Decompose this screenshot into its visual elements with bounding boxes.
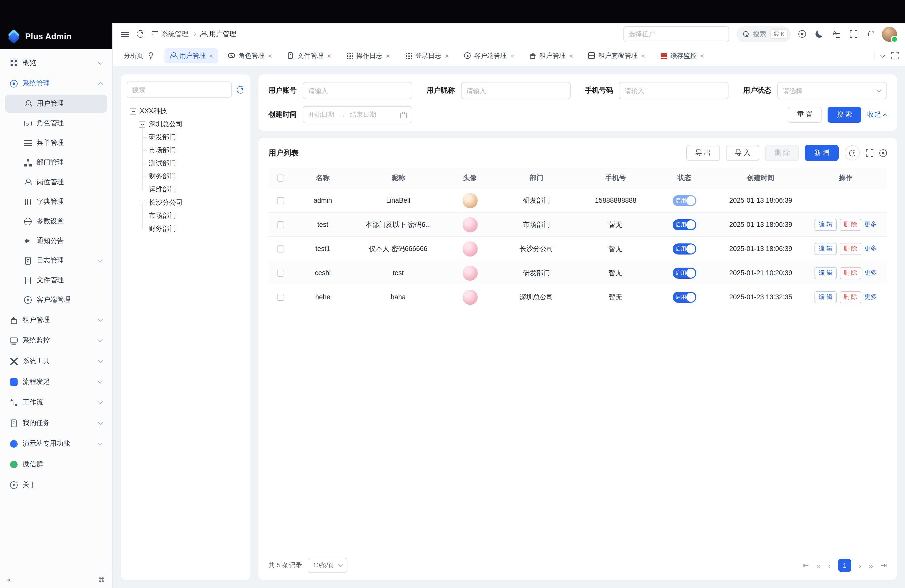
close-icon[interactable]: ×: [327, 52, 331, 59]
close-icon[interactable]: ×: [641, 52, 645, 59]
sidebar-item-wechat-group[interactable]: 微信群: [5, 455, 107, 474]
last-page-icon[interactable]: ⇥: [881, 561, 887, 570]
row-checkbox[interactable]: [277, 197, 284, 204]
sidebar-item-file-mgmt[interactable]: 文件管理: [5, 271, 107, 289]
status-toggle[interactable]: 启用: [672, 195, 696, 206]
sidebar-item-role-mgmt[interactable]: 角色管理: [5, 114, 107, 132]
settings-gear-icon[interactable]: [799, 30, 806, 38]
user-avatar[interactable]: [882, 26, 897, 41]
sidebar-item-user-mgmt[interactable]: 用户管理: [5, 95, 107, 113]
more-button[interactable]: 更多: [864, 269, 877, 277]
collapse-filter-link[interactable]: 收起: [867, 110, 887, 119]
prev-5-pages-icon[interactable]: «: [816, 561, 821, 570]
sidebar-item-post-mgmt[interactable]: 岗位管理: [5, 173, 107, 191]
table-fullscreen-icon[interactable]: [866, 149, 873, 157]
phone-input[interactable]: [619, 82, 729, 99]
tab-cache-monitor[interactable]: 缓存监控 ×: [656, 48, 709, 63]
tree-collapse-toggle-icon[interactable]: [139, 199, 145, 206]
row-checkbox[interactable]: [277, 221, 284, 228]
tree-node-shenzhen-hq[interactable]: 深圳总公司: [127, 118, 245, 131]
account-input[interactable]: [303, 82, 412, 99]
close-icon[interactable]: ×: [445, 52, 449, 59]
sidebar-item-dept-mgmt[interactable]: 部门管理: [5, 153, 107, 172]
tabs-dropdown-icon[interactable]: [880, 52, 885, 57]
tree-node-ops-dept[interactable]: 运维部门: [127, 183, 245, 196]
sidebar-item-workflow[interactable]: 工作流: [5, 393, 107, 412]
tab-role-mgmt[interactable]: 角色管理 ×: [223, 48, 277, 63]
sidebar-item-overview[interactable]: 概览: [5, 53, 107, 72]
import-button[interactable]: 导 入: [726, 145, 759, 161]
tab-analysis[interactable]: 分析页 ×: [119, 48, 159, 63]
date-range-picker[interactable]: 开始日期 → 结束日期: [303, 106, 412, 123]
sidebar-item-system-mgmt[interactable]: 系统管理: [5, 74, 107, 93]
hamburger-menu-icon[interactable]: [121, 30, 129, 38]
sidebar-item-my-tasks[interactable]: 我的任务: [5, 413, 107, 432]
close-icon[interactable]: ×: [700, 52, 704, 59]
more-button[interactable]: 更多: [864, 293, 877, 301]
close-icon[interactable]: ×: [510, 52, 514, 59]
row-delete-button[interactable]: 删 除: [839, 267, 861, 279]
tree-node-test-dept[interactable]: 测试部门: [127, 157, 245, 170]
tree-collapse-toggle-icon[interactable]: [130, 108, 136, 114]
sidebar-item-tenant-mgmt[interactable]: 租户管理: [5, 310, 107, 329]
translate-icon[interactable]: [833, 30, 840, 38]
sidebar-item-param-settings[interactable]: 参数设置: [5, 212, 107, 230]
tree-node-market-dept-2[interactable]: 市场部门: [127, 209, 245, 222]
collapse-sidebar-icon[interactable]: «: [7, 575, 11, 583]
edit-button[interactable]: 编 辑: [814, 267, 837, 279]
status-toggle[interactable]: 启用: [672, 219, 696, 230]
tree-refresh-icon[interactable]: [237, 86, 245, 93]
row-delete-button[interactable]: 删 除: [839, 291, 861, 303]
sidebar-item-flow-start[interactable]: 流程发起: [5, 372, 107, 391]
status-select-input[interactable]: [777, 82, 887, 99]
breadcrumb-user-mgmt[interactable]: 用户管理: [200, 29, 236, 38]
breadcrumb-system[interactable]: 系统管理: [152, 29, 189, 38]
sidebar-item-menu-mgmt[interactable]: 菜单管理: [5, 134, 107, 152]
search-button[interactable]: 搜 索: [827, 106, 861, 123]
fullscreen-icon[interactable]: [850, 30, 857, 38]
status-select[interactable]: [777, 82, 887, 99]
row-checkbox[interactable]: [277, 294, 284, 300]
tree-collapse-toggle-icon[interactable]: [139, 121, 145, 127]
next-5-pages-icon[interactable]: »: [869, 561, 873, 570]
row-delete-button[interactable]: 删 除: [839, 219, 861, 230]
close-icon[interactable]: ×: [569, 52, 573, 59]
status-toggle[interactable]: 启用: [672, 243, 696, 254]
table-refresh-button[interactable]: [845, 145, 860, 161]
tab-op-log[interactable]: 操作日志 ×: [341, 48, 395, 63]
tree-node-company[interactable]: XXX科技: [127, 105, 245, 118]
dark-mode-moon-icon[interactable]: [816, 30, 823, 38]
status-toggle[interactable]: 启用: [672, 267, 696, 278]
more-button[interactable]: 更多: [864, 220, 877, 229]
sidebar-item-client-mgmt[interactable]: 客户端管理: [5, 291, 107, 309]
delete-button[interactable]: 删 除: [765, 145, 799, 161]
tab-file-mgmt[interactable]: 文件管理 ×: [282, 48, 336, 63]
sidebar-item-sys-monitor[interactable]: 系统监控: [5, 331, 107, 350]
row-delete-button[interactable]: 删 除: [839, 243, 861, 255]
tenant-select-input[interactable]: [623, 26, 729, 42]
nickname-input[interactable]: [461, 82, 570, 99]
edit-button[interactable]: 编 辑: [814, 243, 837, 255]
tab-login-log[interactable]: 登录日志 ×: [400, 48, 454, 63]
tree-node-market-dept[interactable]: 市场部门: [127, 144, 245, 157]
tree-node-changsha-branch[interactable]: 长沙分公司: [127, 196, 245, 209]
table-settings-icon[interactable]: [880, 149, 887, 157]
sidebar-item-dict-mgmt[interactable]: 字典管理: [5, 193, 107, 211]
tree-node-rd-dept[interactable]: 研发部门: [127, 131, 245, 144]
row-checkbox[interactable]: [277, 269, 284, 277]
tree-node-finance-dept[interactable]: 财务部门: [127, 170, 245, 183]
tab-tenant-pkg[interactable]: 租户套餐管理 ×: [583, 48, 650, 63]
current-page-button[interactable]: 1: [838, 559, 851, 572]
close-icon[interactable]: ×: [268, 52, 272, 59]
more-button[interactable]: 更多: [864, 245, 877, 253]
close-icon[interactable]: ×: [209, 52, 213, 59]
shortcut-helper-icon[interactable]: ⌘: [98, 575, 105, 583]
sidebar-item-demo-features[interactable]: 演示站专用功能: [5, 434, 107, 453]
sidebar-item-about[interactable]: 关于: [5, 475, 107, 494]
sidebar-item-log-mgmt[interactable]: 日志管理: [5, 251, 107, 270]
export-button[interactable]: 导 出: [686, 145, 720, 161]
add-button[interactable]: 新 增: [805, 145, 838, 161]
next-page-icon[interactable]: ›: [859, 561, 861, 570]
first-page-icon[interactable]: ⇤: [802, 561, 809, 570]
prev-page-icon[interactable]: ‹: [828, 561, 830, 570]
